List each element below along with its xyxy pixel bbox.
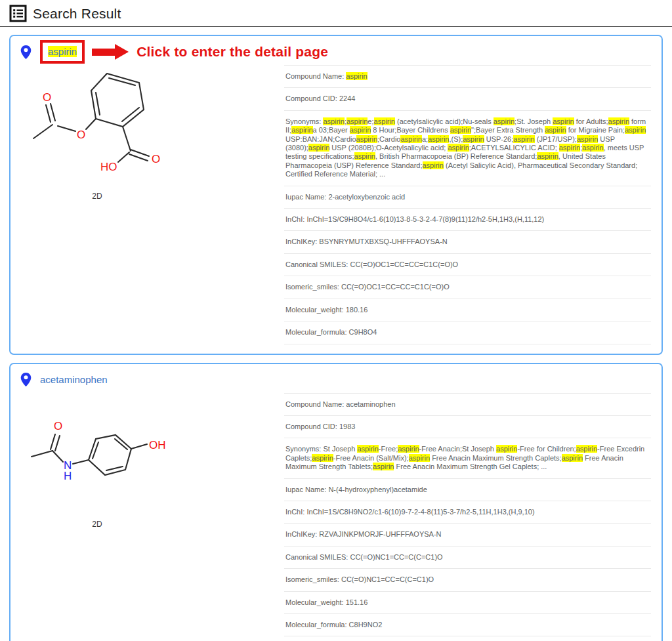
detail-row: Compound CID: 2244 <box>284 88 651 110</box>
detail-row: Canonical SMILES: CC(=O)OC1=CC=CC=C1C(=O… <box>284 254 651 276</box>
card-title-row: acetaminophen <box>10 364 662 393</box>
result-card-aspirin: aspirin Click to enter the detail page <box>9 35 663 355</box>
detail-row: Molecular_formula: C8H9NO2 <box>284 614 651 636</box>
detail-row: Compound CID: 1983 <box>284 416 651 438</box>
svg-text:HO: HO <box>100 161 117 173</box>
detail-row: Synonyms: aspirin;aspirine;aspirin (acet… <box>284 111 651 186</box>
annotation-label: Click to enter the detail page <box>136 44 328 60</box>
detail-row: Iupac Name: N-(4-hydroxyphenyl)acetamide <box>284 479 651 501</box>
list-icon <box>9 5 27 22</box>
result-card-acetaminophen: acetaminophen O N H <box>9 363 663 641</box>
svg-text:OH: OH <box>149 439 166 451</box>
page-title: Search Result <box>33 6 121 22</box>
molecule-panel: O O O HO 2D <box>21 65 284 201</box>
svg-text:O: O <box>152 153 160 165</box>
molecule-image: O N H OH <box>21 394 173 514</box>
detail-row: Compound Name: acetaminophen <box>284 394 651 416</box>
location-pin-icon <box>20 45 32 60</box>
svg-text:O: O <box>43 91 51 104</box>
svg-text:O: O <box>77 129 85 141</box>
annotation-arrow-icon <box>92 49 115 56</box>
detail-row: InChI: InChI=1S/C8H9NO2/c1-6(10)9-7-2-4-… <box>284 501 651 524</box>
detail-row: Isomeric_smiles: CC(=O)NC1=CC=C(C=C1)O <box>284 569 651 591</box>
molecule-panel: O N H OH 2D <box>21 393 284 529</box>
detail-row: Synonyms: St Joseph aspirin-Free;aspirin… <box>284 438 651 478</box>
detail-row: Molecular_weight: 180.16 <box>284 299 651 321</box>
detail-row: InChIKey: BSYNRYMUTXBXSQ-UHFFFAOYSA-N <box>284 231 651 253</box>
compound-details: Compound Name: acetaminophenCompound CID… <box>284 393 651 637</box>
detail-row: Iupac Name: 2-acetyloxybenzoic acid <box>284 186 651 209</box>
image-caption-2d: 2D <box>21 520 173 529</box>
image-caption-2d: 2D <box>21 192 173 201</box>
compound-name-link[interactable]: aspirin <box>40 40 85 64</box>
svg-text:H: H <box>64 470 72 482</box>
location-pin-icon <box>20 372 32 387</box>
detail-row: Molecular_weight: 151.16 <box>284 592 651 614</box>
detail-row: Isomeric_smiles: CC(=O)OC1=CC=CC=C1C(=O)… <box>284 276 651 299</box>
detail-row: Molecular_formula: C9H8O4 <box>284 321 651 344</box>
card-content: O O O HO 2D Compound Name: aspirinCompou… <box>10 65 662 354</box>
detail-row: Compound Name: aspirin <box>284 66 651 88</box>
card-content: O N H OH 2D Compound Name: acetaminophen <box>10 393 662 641</box>
molecule-image: O O O HO <box>21 66 173 186</box>
aspirin-2d-structure: O O O HO <box>27 71 168 181</box>
detail-row: InChIKey: RZVAJINKPMORJF-UHFFFAOYSA-N <box>284 524 651 546</box>
svg-text:O: O <box>54 420 62 432</box>
compound-details: Compound Name: aspirinCompound CID: 2244… <box>284 65 651 344</box>
page-header: Search Result <box>0 0 672 26</box>
compound-name-link[interactable]: acetaminophen <box>40 374 108 385</box>
header-divider <box>0 26 672 27</box>
acetaminophen-2d-structure: O N H OH <box>28 417 166 491</box>
card-title-row: aspirin Click to enter the detail page <box>10 36 662 65</box>
detail-row: InChI: InChI=1S/C9H8O4/c1-6(10)13-8-5-3-… <box>284 209 651 231</box>
detail-row: Canonical SMILES: CC(=O)NC1=CC=C(C=C1)O <box>284 547 651 569</box>
